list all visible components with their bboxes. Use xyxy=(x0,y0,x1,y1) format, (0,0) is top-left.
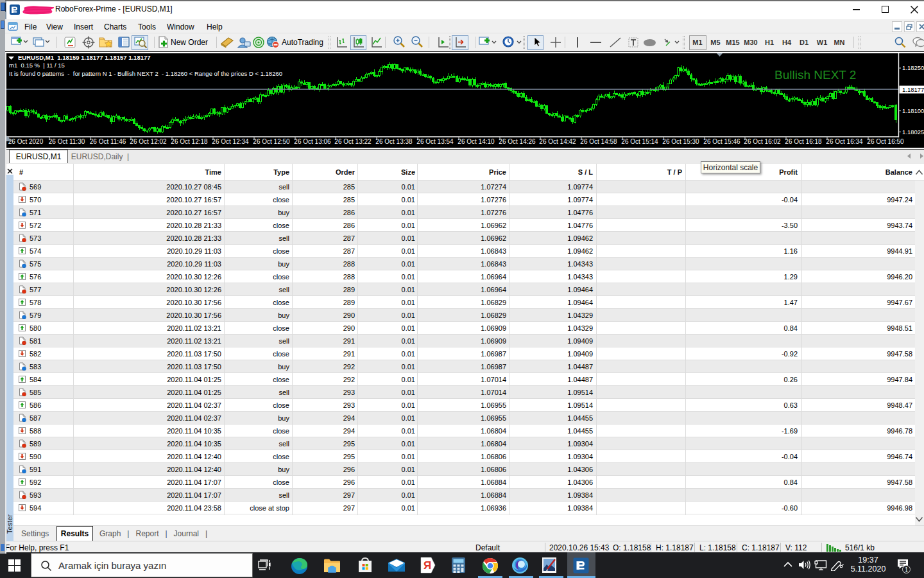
svg-text:Bullish NEXT 2: Bullish NEXT 2 xyxy=(774,68,856,82)
svg-text:26 Oct 11:46: 26 Oct 11:46 xyxy=(90,138,126,145)
svg-text:26 Oct 13:06: 26 Oct 13:06 xyxy=(294,138,331,145)
svg-text:26 Oct 15:14: 26 Oct 15:14 xyxy=(621,138,658,145)
svg-text:1.18100: 1.18100 xyxy=(902,107,924,114)
svg-text:26 Oct 12:34: 26 Oct 12:34 xyxy=(212,138,249,145)
svg-text:26 Oct 15:30: 26 Oct 15:30 xyxy=(662,138,699,145)
svg-text:26 Oct 13:22: 26 Oct 13:22 xyxy=(334,138,372,145)
svg-text:26 Oct 13:54: 26 Oct 13:54 xyxy=(416,138,454,145)
svg-text:26 Oct 16:50: 26 Oct 16:50 xyxy=(867,138,904,145)
svg-text:26 Oct 12:02: 26 Oct 12:02 xyxy=(130,138,167,145)
svg-text:m1 0.15 % | 11 / 15: m1 0.15 % | 11 / 15 xyxy=(9,62,65,69)
svg-text:26 Oct 14:42: 26 Oct 14:42 xyxy=(539,138,576,145)
svg-text:26 Oct 12:18: 26 Oct 12:18 xyxy=(171,138,208,145)
svg-text:1.18250: 1.18250 xyxy=(902,64,924,71)
svg-text:26 Oct 13:38: 26 Oct 13:38 xyxy=(375,138,413,145)
svg-text:26 Oct 11:30: 26 Oct 11:30 xyxy=(49,138,85,145)
svg-text:1.18177: 1.18177 xyxy=(902,86,924,93)
svg-text:EURUSD,M1 1.18159 1.18177 1.1: EURUSD,M1 1.18159 1.18177 1.18157 1.1817… xyxy=(18,54,151,61)
svg-text:Я: Я xyxy=(424,559,431,572)
svg-text:26 Oct 16:18: 26 Oct 16:18 xyxy=(785,138,822,145)
svg-text:26 Oct 12:50: 26 Oct 12:50 xyxy=(253,138,290,145)
svg-text:1.18025: 1.18025 xyxy=(902,128,924,136)
svg-text:26 Oct 15:46: 26 Oct 15:46 xyxy=(703,138,740,145)
svg-text:26 Oct 14:10: 26 Oct 14:10 xyxy=(458,138,495,145)
svg-text:26 Oct 16:02: 26 Oct 16:02 xyxy=(744,138,781,145)
svg-text:26 Oct 14:26: 26 Oct 14:26 xyxy=(499,138,536,145)
svg-text:26 Oct 14:58: 26 Oct 14:58 xyxy=(580,138,617,145)
svg-text:It is found 0 patterns - for: It is found 0 patterns - for pattern N 1… xyxy=(9,70,282,77)
svg-text:26 Oct 16:34: 26 Oct 16:34 xyxy=(826,138,863,145)
svg-text:26 Oct 2020: 26 Oct 2020 xyxy=(8,138,44,145)
